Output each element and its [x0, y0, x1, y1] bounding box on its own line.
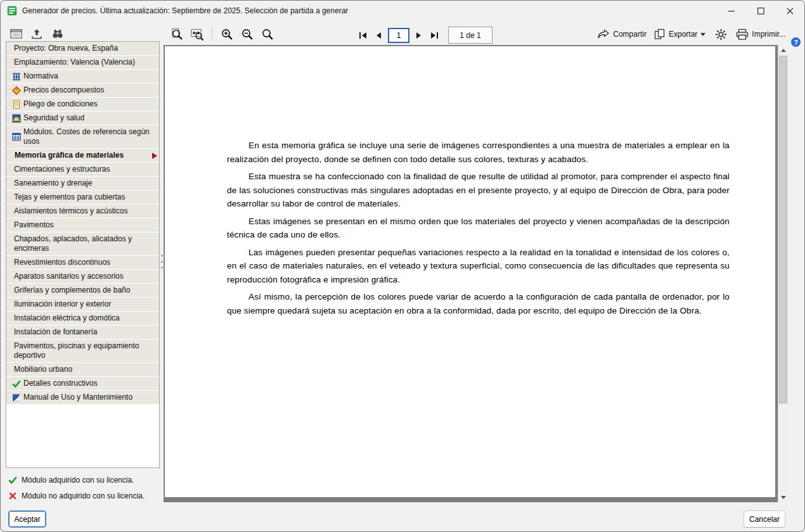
sidebar-item-label: Pliego de condiciones — [23, 99, 98, 109]
document-paragraph: Estas imágenes se presentan en el mismo … — [227, 215, 730, 242]
document-paragraph: En esta memoria gráfica se incluye una s… — [227, 139, 730, 166]
sidebar-item[interactable]: Módulos. Costes de referencia según usos — [6, 125, 159, 149]
sidebar-item[interactable]: Iluminación interior y exterior — [6, 298, 159, 312]
titlebar: Generador de precios. Última actualizaci… — [1, 1, 804, 21]
page-number-input[interactable] — [388, 28, 409, 43]
zoom-page-icon — [170, 27, 184, 41]
first-page-button[interactable] — [357, 30, 369, 41]
sidebar-item[interactable]: Proyecto: Obra nueva, España — [6, 42, 159, 56]
export-icon — [654, 28, 666, 40]
accept-button[interactable]: Aceptar — [8, 510, 46, 528]
search-button[interactable] — [50, 26, 65, 41]
zoom-out-icon — [240, 27, 254, 41]
sidebar-item[interactable]: Pavimentos, piscinas y equipamiento depo… — [6, 339, 159, 363]
sidebar-item[interactable]: Instalación eléctrica y domótica — [6, 312, 159, 326]
sidebar-item-label: Proyecto: Obra nueva, España — [14, 44, 118, 53]
zoom-width-button[interactable] — [190, 27, 205, 42]
sidebar-item[interactable]: Seguridad y salud — [6, 111, 159, 125]
zoom-width-icon — [190, 27, 204, 41]
close-button[interactable] — [775, 1, 804, 21]
sidebar-item-label: Cimentaciones y estructuras — [14, 165, 110, 174]
splitter-dot — [161, 261, 163, 263]
next-page-button[interactable] — [413, 30, 425, 41]
scrollbar-thumb[interactable] — [779, 56, 787, 403]
chevron-down-icon — [700, 33, 705, 36]
export-up-button[interactable] — [29, 26, 44, 41]
arrow-down-icon — [781, 496, 786, 499]
cancel-button[interactable]: Cancelar — [744, 510, 785, 528]
sidebar-item[interactable]: Detalles constructivos — [6, 377, 159, 391]
export-label: Exportar — [669, 30, 697, 39]
document-paragraph: Las imágenes pueden presentar pequeñas v… — [227, 246, 730, 287]
previous-page-button[interactable] — [373, 30, 384, 41]
document-actions-toolbar: Compartir Exportar Imprimir... — [597, 26, 785, 42]
last-page-icon — [430, 32, 439, 39]
cross-icon — [8, 491, 17, 500]
caption-buttons — [717, 1, 804, 21]
sidebar-item[interactable]: Saneamiento y drenaje — [6, 177, 159, 191]
zoom-select-icon — [261, 27, 274, 41]
sidebar-item[interactable]: Griferías y complementos de baño — [6, 284, 159, 298]
maximize-button[interactable] — [746, 1, 775, 21]
sidebar-item-label: Griferías y complementos de baño — [14, 286, 130, 295]
window-title: Generador de precios. Última actualizaci… — [22, 6, 348, 15]
pliego-icon — [11, 99, 21, 109]
sidebar-item-label: Saneamiento y drenaje — [14, 179, 92, 188]
export-button[interactable]: Exportar — [654, 28, 705, 40]
sidebar-item-label: Mobiliario urbano — [14, 365, 72, 374]
sidebar-item-label: Aparatos sanitarios y accesorios — [14, 272, 124, 281]
sidebar-item[interactable]: Mobiliario urbano — [6, 363, 159, 377]
index-panel-icon — [10, 28, 22, 39]
arrow-up-icon — [781, 49, 786, 52]
module-list-panel: Proyecto: Obra nueva, EspañaEmplazamient… — [6, 41, 160, 468]
sidebar-item[interactable]: Precios descompuestos — [6, 84, 159, 98]
sidebar-item[interactable]: Aparatos sanitarios y accesorios — [6, 270, 159, 284]
document-paragraph: Esta muestra se ha confeccionado con la … — [227, 170, 730, 211]
seguridad-icon — [11, 113, 21, 123]
print-button[interactable]: Imprimir... — [736, 28, 785, 41]
sidebar-item[interactable]: Emplazamiento: Valencia (Valencia) — [6, 56, 159, 70]
sidebar-item-label: Aislamientos térmicos y acústicos — [14, 206, 127, 216]
last-page-button[interactable] — [428, 30, 440, 41]
sidebar-toolbar — [8, 26, 65, 41]
zoom-select-button[interactable] — [260, 27, 275, 42]
selected-item-arrow-icon — [152, 153, 157, 159]
sidebar-item[interactable]: Chapados, aplacados, alicatados y encime… — [6, 232, 159, 256]
check-icon — [11, 379, 21, 388]
zoom-toolbar — [169, 27, 275, 42]
sidebar-item-label: Emplazamiento: Valencia (Valencia) — [14, 58, 135, 67]
sidebar-item[interactable]: Instalación de fontanería — [6, 326, 159, 339]
minimize-button[interactable] — [717, 1, 746, 21]
settings-button[interactable] — [713, 27, 728, 42]
sidebar-item[interactable]: Manual de Uso y Mantenimiento — [6, 391, 159, 405]
document-paragraph: Así mismo, la percepción de los colores … — [227, 290, 730, 317]
sidebar-item-label: Memoria gráfica de materiales — [15, 151, 124, 160]
index-panel-button[interactable] — [8, 26, 23, 41]
share-button[interactable]: Compartir — [597, 28, 647, 40]
next-page-icon — [415, 32, 423, 39]
scroll-down-button[interactable] — [778, 492, 789, 502]
sidebar-item[interactable]: Tejas y elementos para cubiertas — [6, 191, 159, 205]
scroll-up-button[interactable] — [778, 45, 789, 55]
sidebar-item[interactable]: Aislamientos térmicos y acústicos — [6, 205, 159, 218]
legend-label: Módulo adquirido con su licencia. — [22, 476, 134, 484]
sidebar-item[interactable]: Memoria gráfica de materiales — [6, 149, 159, 163]
export-up-icon — [31, 28, 42, 39]
gear-icon — [715, 28, 727, 41]
toolbar-separator — [212, 27, 212, 41]
sidebar-item-label: Detalles constructivos — [23, 379, 98, 388]
sidebar-item-label: Chapados, aplacados, alicatados y encime… — [14, 234, 150, 253]
sidebar-item-label: Precios descompuestos — [23, 86, 104, 95]
sidebar-item-label: Módulos. Costes de referencia según usos — [23, 127, 150, 146]
sidebar-item[interactable]: Pavimentos — [6, 218, 159, 232]
sidebar-item[interactable]: Cimentaciones y estructuras — [6, 163, 159, 177]
zoom-out-button[interactable] — [240, 27, 255, 42]
sidebar-item[interactable]: Pliego de condiciones — [6, 98, 159, 111]
sidebar-item[interactable]: Revestimientos discontinuos — [6, 256, 159, 270]
vertical-scrollbar[interactable] — [778, 45, 788, 502]
legend-label: Módulo no adquirido con su licencia. — [22, 491, 145, 500]
help-button[interactable]: ? — [791, 37, 801, 47]
zoom-page-button[interactable] — [169, 27, 184, 42]
sidebar-item[interactable]: Normativa — [6, 70, 159, 84]
zoom-in-button[interactable] — [219, 27, 235, 42]
